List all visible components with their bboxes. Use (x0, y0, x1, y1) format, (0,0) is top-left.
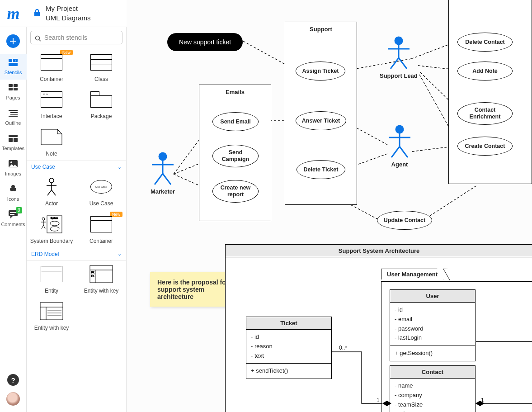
svg-rect-36 (90, 265, 113, 283)
nav-label: Images (5, 171, 21, 176)
stencil-package[interactable]: Package (76, 86, 126, 123)
svg-point-47 (159, 153, 166, 160)
svg-text:T: T (14, 59, 16, 62)
svg-rect-14 (14, 138, 18, 142)
svg-line-25 (47, 190, 52, 195)
nav-label: Pages (6, 95, 20, 100)
nav-label: Templates (2, 146, 24, 151)
svg-rect-12 (9, 135, 18, 137)
svg-line-60 (391, 147, 400, 157)
svg-rect-6 (9, 88, 13, 90)
svg-point-31 (42, 218, 45, 220)
usecase-create-contact[interactable]: Create Contact (457, 137, 513, 156)
stencil-system-boundary[interactable]: System System Boundary (27, 211, 76, 248)
svg-marker-62 (382, 401, 391, 406)
project-name: My Project (46, 4, 90, 13)
svg-point-16 (10, 161, 12, 163)
project-breadcrumb[interactable]: My Project UML Diagrams (27, 4, 90, 23)
nav-icons[interactable]: Icons (0, 181, 27, 206)
svg-rect-5 (14, 84, 18, 87)
node-new-support-ticket[interactable]: New support ticket (167, 33, 243, 51)
stencil-container[interactable]: New Container (27, 49, 76, 86)
diagram-canvas[interactable]: New support ticket Emails Send Email Sen… (127, 0, 532, 412)
usecase-contact-enrichment[interactable]: Contact Enrichment (457, 102, 513, 125)
usecase-add-note[interactable]: Add Note (457, 62, 513, 81)
nav-label: Comments (1, 222, 25, 227)
add-button[interactable] (0, 32, 27, 54)
stencil-entity-with-key-2[interactable]: Entity with key (27, 298, 76, 335)
svg-line-34 (42, 225, 43, 229)
avatar[interactable] (6, 392, 20, 406)
nav-stencils[interactable]: T Stencils (0, 54, 27, 80)
actor-marketer[interactable]: Marketer (150, 152, 175, 195)
stencil-class[interactable]: Class (76, 49, 126, 86)
usecase-delete-contact[interactable]: Delete Contact (457, 33, 513, 52)
class-edges (127, 317, 532, 412)
stencil-actor[interactable]: Actor (27, 173, 76, 210)
svg-line-61 (400, 147, 408, 157)
usecase-answer-ticket[interactable]: Answer Ticket (296, 111, 346, 130)
stencil-note[interactable]: Note (27, 123, 76, 161)
container-contacts[interactable] (448, 0, 532, 184)
usecase-create-report[interactable]: Create new report (212, 180, 259, 203)
nav-templates[interactable]: Templates (0, 130, 27, 156)
nav-pages[interactable]: Pages (0, 80, 27, 105)
pages-icon (7, 82, 19, 93)
chevron-down-icon: ⌄ (118, 164, 122, 170)
svg-rect-3 (9, 63, 18, 66)
actor-support-lead[interactable]: Support Lead (380, 36, 418, 79)
usecase-send-campaign[interactable]: Send Campaign (212, 145, 259, 167)
usecase-delete-ticket[interactable]: Delete Ticket (297, 160, 345, 179)
usecase-update-contact[interactable]: Update Contact (377, 211, 432, 230)
svg-point-22 (49, 178, 54, 183)
nav-comments[interactable]: 3 Comments (0, 206, 27, 232)
lock-icon (34, 9, 40, 18)
usecase-assign-ticket[interactable]: Assign Ticket (296, 62, 345, 81)
nav-images[interactable]: Images (0, 156, 27, 181)
nav-label: Icons (7, 196, 19, 202)
page-title: UML Diagrams (46, 14, 90, 23)
svg-rect-41 (40, 303, 63, 320)
svg-rect-0 (9, 59, 12, 62)
svg-text:FK: FK (91, 275, 94, 277)
svg-text:System: System (51, 217, 58, 219)
nav-label: Outline (5, 120, 21, 126)
stencil-entity-with-key[interactable]: PKFK Entity with key (76, 260, 126, 298)
nav-label: Stencils (5, 70, 22, 75)
stencil-empty (76, 123, 126, 161)
multiplicity: 0..* (339, 345, 347, 351)
svg-point-52 (395, 37, 402, 44)
svg-rect-19 (10, 214, 14, 215)
stencil-interface[interactable]: Interface (27, 86, 76, 123)
search-input[interactable] (30, 31, 122, 44)
stencil-usecase[interactable]: Use Case Use Case (76, 173, 126, 210)
svg-line-56 (399, 58, 407, 69)
help-button[interactable]: ? (7, 374, 19, 386)
svg-line-35 (43, 225, 45, 229)
category-usecase[interactable]: Use Case⌄ (27, 161, 126, 173)
stencils-icon: T (7, 57, 19, 68)
svg-line-51 (163, 174, 171, 185)
plus-icon (6, 34, 20, 48)
nav-outline[interactable]: Outline (0, 105, 27, 130)
svg-rect-13 (9, 138, 13, 142)
svg-rect-7 (14, 88, 18, 90)
svg-text:PK: PK (91, 271, 94, 274)
svg-rect-18 (10, 212, 16, 213)
app-logo[interactable]: m (0, 0, 27, 27)
stencil-entity[interactable]: Entity (27, 260, 76, 298)
svg-line-26 (52, 190, 56, 195)
images-icon (7, 158, 19, 169)
stencil-container-2[interactable]: New Container (76, 211, 126, 248)
comments-badge: 3 (16, 207, 22, 213)
chevron-down-icon: ⌄ (118, 251, 122, 257)
svg-point-30 (50, 227, 59, 231)
svg-line-55 (391, 58, 399, 69)
svg-point-29 (50, 221, 59, 226)
usecase-send-email[interactable]: Send Email (212, 112, 259, 131)
svg-line-50 (155, 174, 163, 185)
icons-icon (7, 184, 19, 194)
actor-agent[interactable]: Agent (387, 125, 412, 168)
category-erd[interactable]: ERD Model⌄ (27, 248, 126, 260)
frame-user-management-tab[interactable]: User Management (381, 269, 443, 279)
